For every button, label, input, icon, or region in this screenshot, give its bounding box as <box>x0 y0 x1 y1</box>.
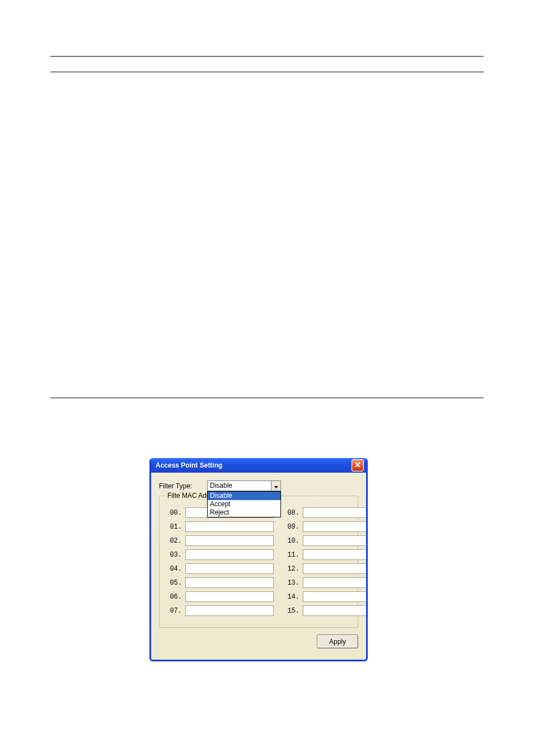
mac-input-01[interactable] <box>185 521 274 532</box>
mac-index-08: 08. <box>283 509 303 517</box>
mac-input-14[interactable] <box>303 591 368 602</box>
filter-type-label: Filter Type: <box>159 482 207 490</box>
divider <box>50 56 484 57</box>
mac-index-09: 09. <box>283 523 303 531</box>
close-button[interactable] <box>352 459 364 472</box>
filter-type-selected: Disable <box>208 481 271 491</box>
mac-index-07: 07. <box>165 607 185 615</box>
mac-index-01: 01. <box>165 523 185 531</box>
svg-marker-0 <box>274 486 278 488</box>
apply-button[interactable]: Apply <box>317 634 358 648</box>
mac-input-07[interactable] <box>185 605 274 616</box>
close-icon <box>355 461 360 469</box>
option-disable[interactable]: Disable <box>208 492 280 500</box>
mac-index-04: 04. <box>165 565 185 573</box>
mac-input-10[interactable] <box>303 535 368 546</box>
mac-input-02[interactable] <box>185 535 274 546</box>
option-accept[interactable]: Accept <box>208 500 280 508</box>
mac-index-12: 12. <box>283 565 303 573</box>
mac-input-08[interactable] <box>303 507 368 518</box>
option-reject[interactable]: Reject <box>208 508 280 517</box>
mac-input-04[interactable] <box>185 563 274 574</box>
mac-input-06[interactable] <box>185 591 274 602</box>
mac-index-14: 14. <box>283 593 303 601</box>
divider <box>50 72 484 72</box>
apply-button-label: Apply <box>329 638 346 646</box>
mac-index-15: 15. <box>283 607 303 615</box>
combo-dropdown-button[interactable] <box>271 481 280 491</box>
mac-index-02: 02. <box>165 537 185 545</box>
access-point-setting-dialog: Access Point Setting Filter Type: Disabl… <box>149 458 368 661</box>
chevron-down-icon <box>274 482 278 490</box>
filter-type-combo[interactable]: Disable <box>207 480 281 491</box>
mac-index-06: 06. <box>165 593 185 601</box>
divider <box>50 398 484 398</box>
mac-input-05[interactable] <box>185 577 274 588</box>
filter-type-dropdown: Disable Accept Reject <box>207 491 281 517</box>
titlebar[interactable]: Access Point Setting <box>151 458 366 473</box>
mac-input-09[interactable] <box>303 521 368 532</box>
mac-input-03[interactable] <box>185 549 274 560</box>
mac-input-12[interactable] <box>303 563 368 574</box>
mac-input-15[interactable] <box>303 605 368 616</box>
mac-input-11[interactable] <box>303 549 368 560</box>
mac-index-11: 11. <box>283 551 303 559</box>
mac-index-03: 03. <box>165 551 185 559</box>
dialog-title: Access Point Setting <box>156 461 222 469</box>
mac-index-05: 05. <box>165 579 185 587</box>
mac-index-00: 00. <box>165 509 185 517</box>
mac-index-10: 10. <box>283 537 303 545</box>
mac-input-13[interactable] <box>303 577 368 588</box>
mac-index-13: 13. <box>283 579 303 587</box>
